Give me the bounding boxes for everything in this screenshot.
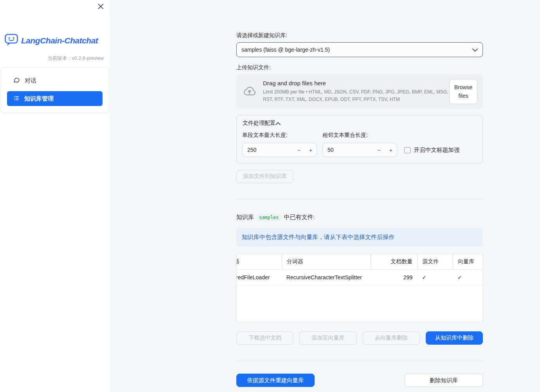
sidebar: LangChain-Chatchat 当前版本：v0.2.6-preview 对… <box>0 0 110 392</box>
kb-select-label: 请选择或新建知识库: <box>236 32 483 39</box>
overlap-size-value: 50 <box>323 147 373 153</box>
overlap-size-label: 相邻文本重合长度: <box>322 132 397 139</box>
chunk-size-increment-button[interactable]: + <box>305 143 317 156</box>
cloud-upload-icon <box>242 85 257 98</box>
chunk-size-input[interactable]: 250 − + <box>242 143 317 157</box>
delete-from-kb-button[interactable]: 从知识库中删除 <box>426 331 483 345</box>
table-row[interactable]: redFileLoader RecursiveCharacterTextSpli… <box>237 270 482 285</box>
chunk-size-decrement-button[interactable]: − <box>293 143 305 156</box>
expander-title: 文件处理配置 <box>243 120 275 127</box>
overlap-size-decrement-button[interactable]: − <box>373 143 385 156</box>
main-area: 请选择或新建知识库: samples (faiss @ bge-large-zh… <box>110 0 540 392</box>
chat-bubble-icon <box>13 77 20 85</box>
sidebar-item-dialogue[interactable]: 对话 <box>7 73 103 88</box>
cell-vector-check: ✓ <box>453 270 482 285</box>
checkbox-box <box>404 147 410 153</box>
existing-files-heading: 知识库 samples 中已有文件: <box>236 214 483 221</box>
info-banner: 知识库中包含源文件与向量库，请从下表中选择文件后操作 <box>236 228 483 246</box>
uploader-title: Drag and drop files here <box>263 80 449 86</box>
table-header-doc-count: 文档数量 <box>371 254 417 269</box>
table-header-splitter: 分词器 <box>282 254 371 269</box>
sidebar-item-label: 对话 <box>25 77 36 85</box>
close-icon <box>98 4 104 11</box>
kb-select[interactable]: samples (faiss @ bge-large-zh-v1.5) <box>236 42 483 57</box>
table-header-loader: 器 <box>237 254 282 269</box>
browse-files-button[interactable]: Browse files <box>449 79 477 104</box>
delete-kb-button[interactable]: 删除知识库 <box>405 374 483 387</box>
uploader-limit-text: Limit 200MB per file • HTML, MD, JSON, C… <box>263 88 449 103</box>
chunk-size-group: 单段文本最大长度: 250 − + <box>242 132 317 157</box>
uploader-text: Drag and drop files here Limit 200MB per… <box>263 80 449 103</box>
logo: LangChain-Chatchat <box>5 34 105 47</box>
table-header-source-file: 源文件 <box>417 254 453 269</box>
sidebar-menu: 对话 知识库管理 <box>1 67 109 113</box>
list-icon <box>13 95 20 102</box>
check-mark: ✓ <box>457 274 462 281</box>
expander-header[interactable]: 文件处理配置 <box>237 115 482 131</box>
file-config-expander: 文件处理配置 单段文本最大长度: 250 − + 相邻文本重合长度: <box>236 115 483 164</box>
table-header-row: 器 分词器 文档数量 源文件 向量库 <box>237 254 482 270</box>
cell-loader: redFileLoader <box>237 270 282 285</box>
app-title: LangChain-Chatchat <box>21 36 98 45</box>
check-mark: ✓ <box>422 274 427 281</box>
chevron-down-icon <box>472 47 478 53</box>
download-selected-button[interactable]: 下载选中文档 <box>236 331 293 345</box>
version-label: 当前版本：v0.2.6-preview <box>0 55 104 62</box>
overlap-size-increment-button[interactable]: + <box>385 143 397 156</box>
file-action-buttons: 下载选中文档 添加至向量库 从向量库删除 从知识库中删除 <box>236 331 483 345</box>
kb-name-code: samples <box>257 214 281 221</box>
chunk-size-value: 250 <box>243 147 293 153</box>
table-header-vector-store: 向量库 <box>453 254 482 269</box>
files-table[interactable]: 器 分词器 文档数量 源文件 向量库 redFileLoader Recursi… <box>236 254 483 322</box>
kb-select-value: samples (faiss @ bge-large-zh-v1.5) <box>241 47 472 53</box>
chevron-up-icon <box>275 120 281 126</box>
add-to-vector-store-button[interactable]: 添加至向量库 <box>299 331 356 345</box>
kb-bottom-actions: 依据源文件重建向量库 删除知识库 <box>236 374 483 387</box>
sidebar-item-kb-management[interactable]: 知识库管理 <box>7 91 103 106</box>
divider <box>236 199 483 200</box>
heading-suffix: 中已有文件: <box>284 214 315 221</box>
checkbox-label: 开启中文标题加强 <box>414 146 459 154</box>
chunk-size-label: 单段文本最大长度: <box>242 132 317 139</box>
main-content: 请选择或新建知识库: samples (faiss @ bge-large-zh… <box>236 0 483 387</box>
file-dropzone[interactable]: Drag and drop files here Limit 200MB per… <box>236 74 483 109</box>
add-files-to-kb-button[interactable]: 添加文件到知识库 <box>236 170 293 183</box>
zh-title-enhance-checkbox[interactable]: 开启中文标题加强 <box>404 146 459 154</box>
cell-doc-count: 299 <box>371 270 417 285</box>
sidebar-item-label: 知识库管理 <box>24 95 54 102</box>
overlap-size-group: 相邻文本重合长度: 50 − + <box>322 132 397 157</box>
cell-source-check: ✓ <box>417 270 453 285</box>
heading-prefix: 知识库 <box>236 214 254 221</box>
cell-splitter: RecursiveCharacterTextSplitter <box>282 270 371 285</box>
sidebar-close-button[interactable] <box>97 4 104 11</box>
divider <box>236 360 483 360</box>
upload-label: 上传知识文件: <box>236 64 483 71</box>
logo-chat-icon <box>5 34 18 47</box>
overlap-size-input[interactable]: 50 − + <box>322 143 397 157</box>
rebuild-vector-store-button[interactable]: 依据源文件重建向量库 <box>236 374 315 387</box>
delete-from-vector-store-button[interactable]: 从向量库删除 <box>363 331 420 345</box>
expander-body: 单段文本最大长度: 250 − + 相邻文本重合长度: 50 − + <box>237 131 482 163</box>
